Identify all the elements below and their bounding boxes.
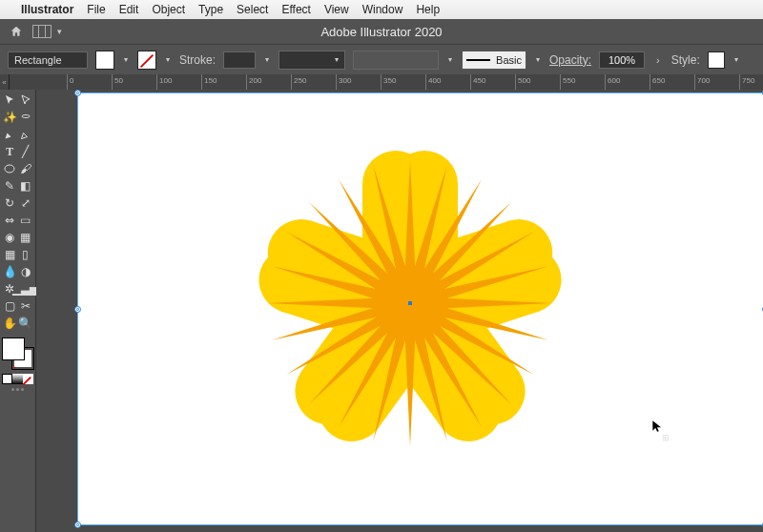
menu-edit[interactable]: Edit [119,3,139,16]
center-point-icon [408,301,412,305]
graph-tool[interactable]: ▁▃▅ [16,280,33,297]
ruler-tick: 700 [694,74,695,90]
ruler-tick: 300 [336,74,337,90]
shape-builder-tool[interactable]: ◉ [2,229,18,246]
magic-wand-tool[interactable]: ✨ [2,109,18,126]
opacity-label[interactable]: Opacity: [549,53,591,67]
ruler-tick: 400 [425,74,426,90]
artboard[interactable]: ⊞ [78,93,763,524]
ruler-origin[interactable]: « [0,74,10,90]
eraser-tool[interactable]: ◧ [18,177,34,194]
workspace-chevron-icon[interactable]: ▾ [57,27,62,36]
curvature-tool[interactable] [18,126,34,143]
selection-tool[interactable] [2,92,18,109]
selection-type-label: Rectangle [8,51,88,69]
cursor-icon: ⊞ [650,418,664,438]
shaper-tool[interactable]: ✎ [2,177,18,194]
toolbox: ✨ T╱ 🖌 ✎◧ ↻⤢ ⇔▭ ◉▦ ▦▯ 💧◑ ✲▁▃▅ ▢✂ ✋🔍 [0,90,36,532]
ruler-tick: 100 [156,74,157,90]
brush-chevron-icon[interactable]: ▾ [534,55,542,64]
ruler-tick: 200 [246,74,247,90]
stroke-weight-input[interactable] [223,51,256,69]
artboard-tool[interactable]: ▢ [2,297,18,315]
horizontal-ruler[interactable]: « 05010015020025030035040045050055060065… [0,74,763,90]
stroke-chevron-icon[interactable]: ▾ [164,55,172,64]
workspace-switcher[interactable] [32,25,52,38]
opacity-input[interactable]: 100% [599,51,645,69]
rotate-tool[interactable]: ↻ [2,194,18,212]
hand-tool[interactable]: ✋ [2,315,18,332]
ruler-tick: 50 [112,74,113,90]
line-tool[interactable]: ╱ [18,143,34,160]
lasso-tool[interactable] [18,109,34,126]
app-menu[interactable]: Illustrator [21,3,73,16]
graphic-style-swatch[interactable] [708,51,725,69]
eyedropper-tool[interactable]: 💧 [2,263,18,280]
window-title: Adobe Illustrator 2020 [0,25,763,39]
mac-menubar: Illustrator File Edit Object Type Select… [0,0,763,19]
style-chevron-icon[interactable]: ▾ [732,55,740,64]
paintbrush-tool[interactable]: 🖌 [18,160,34,177]
slice-tool[interactable]: ✂ [18,297,34,315]
menu-object[interactable]: Object [152,3,185,16]
ruler-tick: 0 [67,74,68,90]
menu-effect[interactable]: Effect [281,3,310,16]
pen-tool[interactable] [2,126,18,143]
brush-gap-chevron-icon[interactable]: ▾ [446,55,454,64]
stroke-label: Stroke: [179,53,216,67]
app-titlebar: ▾ Adobe Illustrator 2020 [0,19,763,44]
type-tool[interactable]: T [2,143,18,160]
brush-definition[interactable]: Basic [462,51,526,70]
control-bar: Rectangle ▾ ▾ Stroke: ▾ ▾ ▾ Basic▾ Opaci… [0,44,763,74]
ruler-tick: 450 [470,74,471,90]
gradient-tool[interactable]: ▯ [18,246,34,263]
selection-handle-ml[interactable] [74,306,81,313]
variable-width-profile[interactable]: ▾ [278,51,345,70]
ellipse-tool[interactable] [2,160,18,177]
main-area: ✨ T╱ 🖌 ✎◧ ↻⤢ ⇔▭ ◉▦ ▦▯ 💧◑ ✲▁▃▅ ▢✂ ✋🔍 [0,90,763,532]
home-button[interactable] [8,23,25,40]
color-modes [2,374,33,384]
menu-window[interactable]: Window [362,3,403,16]
width-tool[interactable]: ⇔ [2,212,18,229]
color-mode-gradient[interactable] [12,374,23,384]
ruler-tick: 650 [650,74,650,90]
menu-select[interactable]: Select [237,3,268,16]
mesh-tool[interactable]: ▦ [2,246,18,263]
blend-tool[interactable]: ◑ [18,263,34,280]
ruler-tick: 550 [560,74,561,90]
stroke-weight-chevron-icon[interactable]: ▾ [263,55,271,64]
menu-help[interactable]: Help [416,3,440,16]
menu-file[interactable]: File [87,3,105,16]
direct-selection-tool[interactable] [18,92,34,109]
scale-tool[interactable]: ⤢ [18,194,34,212]
menu-type[interactable]: Type [198,3,223,16]
ruler-tick: 500 [515,74,516,90]
fill-stroke-indicator[interactable] [2,338,34,370]
selection-handle-bl[interactable] [74,522,81,528]
menu-view[interactable]: View [324,3,349,16]
fill-chevron-icon[interactable]: ▾ [122,55,130,64]
ruler-tick: 750 [739,74,740,90]
style-label: Style: [671,53,700,67]
canvas[interactable]: ⊞ [36,90,763,532]
svg-point-0 [5,165,14,173]
ruler-tick: 150 [201,74,202,90]
free-transform-tool[interactable]: ▭ [18,212,34,229]
stroke-swatch[interactable] [137,51,156,70]
color-mode-none[interactable] [23,374,33,384]
ruler-tick: 600 [605,74,606,90]
flower-artwork[interactable] [267,160,553,446]
fill-indicator[interactable] [2,338,25,360]
perspective-tool[interactable]: ▦ [18,229,34,246]
zoom-tool[interactable]: 🔍 [18,315,34,332]
brush-definition-gap [353,51,439,70]
ruler-tick: 350 [381,74,382,90]
fill-swatch[interactable] [95,51,114,70]
opacity-chevron-icon[interactable]: › [652,54,664,66]
color-mode-solid[interactable] [2,374,12,384]
toolbox-more[interactable] [2,388,33,396]
selection-handle-tl[interactable] [74,90,81,96]
ruler-tick: 250 [291,74,292,90]
brush-name: Basic [496,54,522,66]
